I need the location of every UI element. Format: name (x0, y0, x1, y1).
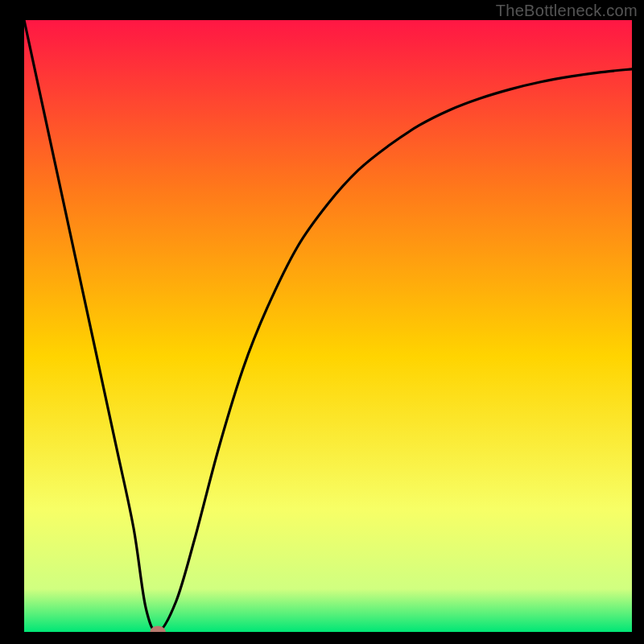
frame-left (0, 0, 24, 644)
bottleneck-chart (0, 0, 644, 644)
chart-stage: TheBottleneck.com (0, 0, 644, 644)
watermark-text: TheBottleneck.com (496, 2, 638, 20)
frame-bottom (0, 632, 644, 644)
frame-right (632, 0, 644, 644)
gradient-background (24, 20, 632, 632)
